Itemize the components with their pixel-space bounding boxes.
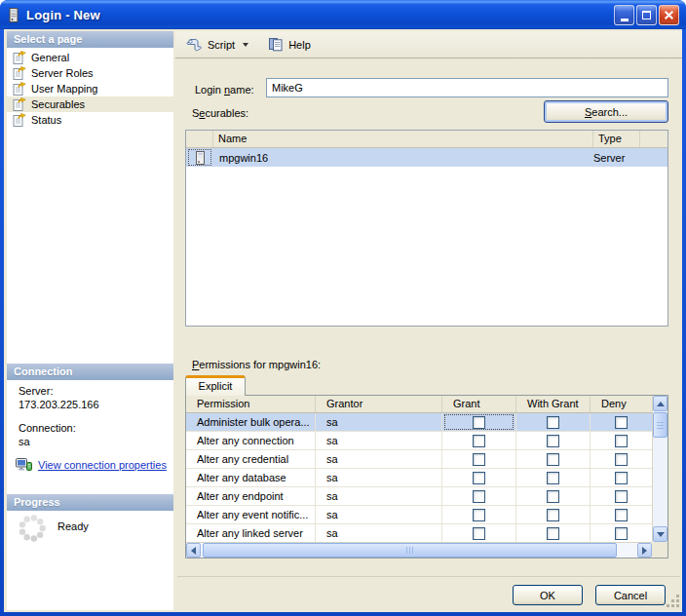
arrow-left-icon [191, 547, 196, 555]
deny-checkbox[interactable] [615, 490, 628, 503]
ok-button[interactable]: OK [513, 585, 583, 605]
grant-checkbox[interactable] [473, 509, 485, 521]
help-button[interactable]: Help [265, 35, 314, 54]
sidebar-item-securables[interactable]: Securables [7, 96, 173, 112]
close-icon [664, 10, 674, 20]
page-icon [13, 113, 26, 127]
permission-row[interactable]: Alter any event notific... sa [186, 506, 652, 524]
securables-name-column-header[interactable]: Name [213, 131, 593, 147]
grant-checkbox[interactable] [473, 472, 485, 484]
page-icon [13, 51, 26, 64]
with-grant-cell [516, 506, 591, 523]
script-label: Script [208, 39, 235, 51]
resize-grip[interactable] [667, 595, 680, 608]
with-grant-cell [516, 432, 591, 449]
permission-row[interactable]: Alter any linked server sa [186, 524, 652, 542]
view-connection-properties-link[interactable]: View connection properties [38, 459, 167, 471]
arrow-down-icon [657, 532, 665, 537]
maximize-button[interactable] [636, 5, 657, 25]
permissions-grid-header: Permission Grantor Grant With Grant Deny [186, 396, 652, 413]
permission-column-header[interactable]: Permission [186, 396, 316, 412]
scroll-left-button[interactable] [186, 543, 201, 558]
with-grant-checkbox[interactable] [547, 453, 559, 466]
deny-checkbox[interactable] [615, 472, 628, 484]
sidebar-item-label: Securables [31, 97, 85, 111]
permission-row[interactable]: Alter any endpoint sa [186, 487, 652, 506]
horizontal-scroll-thumb[interactable] [203, 543, 617, 558]
permissions-horizontal-scrollbar[interactable] [186, 542, 652, 558]
titlebar[interactable]: Login - New [0, 0, 686, 29]
with-grant-cell [516, 469, 591, 486]
vertical-scroll-thumb[interactable] [653, 412, 667, 438]
with-grant-cell [516, 413, 591, 431]
with-grant-checkbox[interactable] [547, 509, 559, 521]
permission-row[interactable]: Alter any connection sa [186, 432, 652, 450]
scrollbar-corner [652, 542, 667, 558]
grantor-column-header[interactable]: Grantor [316, 396, 442, 412]
server-value: 173.203.225.166 [19, 399, 170, 410]
grant-checkbox[interactable] [473, 416, 485, 429]
with-grant-cell [516, 487, 591, 505]
grant-checkbox[interactable] [473, 435, 485, 447]
script-button[interactable]: Script [183, 36, 251, 54]
with-grant-column-header[interactable]: With Grant [516, 396, 591, 412]
securables-icon-column-header[interactable] [186, 131, 213, 147]
sidebar-item-server-roles[interactable]: Server Roles [7, 65, 173, 81]
scroll-up-button[interactable] [653, 396, 667, 411]
permission-row[interactable]: Alter any database sa [186, 469, 652, 487]
with-grant-checkbox[interactable] [547, 490, 559, 503]
grant-cell [442, 524, 516, 542]
deny-checkbox[interactable] [615, 453, 628, 466]
login-new-dialog: Login - New Select a page General [0, 0, 686, 616]
scroll-down-button[interactable] [653, 526, 667, 542]
sidebar-item-user-mapping[interactable]: User Mapping [7, 81, 173, 96]
deny-checkbox[interactable] [615, 509, 628, 521]
cancel-button[interactable]: Cancel [595, 585, 666, 605]
permission-row[interactable]: Administer bulk opera... sa [186, 413, 652, 432]
progress-spinner-icon [17, 513, 48, 544]
sidebar-item-label: Server Roles [31, 66, 94, 80]
securables-type-column-header[interactable]: Type [593, 131, 640, 147]
with-grant-checkbox[interactable] [547, 416, 559, 429]
deny-column-header[interactable]: Deny [591, 396, 652, 412]
grant-checkbox[interactable] [473, 453, 485, 466]
sidebar-item-status[interactable]: Status [7, 112, 173, 128]
permission-row[interactable]: Alter any credential sa [186, 450, 652, 469]
securable-icon-cell [188, 149, 211, 166]
window-title: Login - New [26, 8, 614, 22]
securables-table: Name Type mpgwin16 Server [185, 130, 668, 327]
login-name-label: Login name: [195, 84, 254, 96]
deny-checkbox[interactable] [615, 527, 628, 540]
search-button[interactable]: Search... [544, 100, 668, 123]
permissions-vertical-scrollbar[interactable] [652, 396, 667, 542]
deny-checkbox[interactable] [615, 416, 628, 429]
with-grant-checkbox[interactable] [547, 472, 559, 484]
deny-cell [591, 413, 652, 431]
server-label: Server: [19, 385, 170, 397]
script-dropdown-icon[interactable] [243, 43, 248, 47]
login-name-input[interactable] [266, 78, 668, 97]
grant-cell [442, 469, 516, 486]
securables-row[interactable]: mpgwin16 Server [186, 148, 667, 167]
tab-explicit[interactable]: Explicit [185, 375, 246, 396]
maximize-icon [642, 11, 651, 19]
minimize-button[interactable] [614, 5, 634, 25]
minimize-icon [621, 19, 629, 21]
close-button[interactable] [659, 5, 679, 25]
securables-list: mpgwin16 Server [186, 148, 667, 167]
sidebar-item-label: General [31, 51, 69, 64]
permission-grantor: sa [316, 469, 442, 486]
grant-checkbox[interactable] [473, 490, 485, 503]
grant-checkbox[interactable] [473, 527, 485, 540]
help-label: Help [288, 39, 311, 51]
deny-checkbox[interactable] [615, 435, 628, 447]
sidebar-item-general[interactable]: General [7, 50, 173, 65]
content-panel: Script Help Login name: Securables: [175, 29, 682, 612]
with-grant-checkbox[interactable] [547, 527, 559, 540]
with-grant-checkbox[interactable] [547, 435, 559, 447]
progress-header: Progress [7, 494, 173, 511]
toolbar: Script Help [175, 31, 682, 58]
securable-name: mpgwin16 [211, 152, 588, 164]
grant-column-header[interactable]: Grant [442, 396, 516, 412]
scroll-right-button[interactable] [637, 543, 652, 558]
